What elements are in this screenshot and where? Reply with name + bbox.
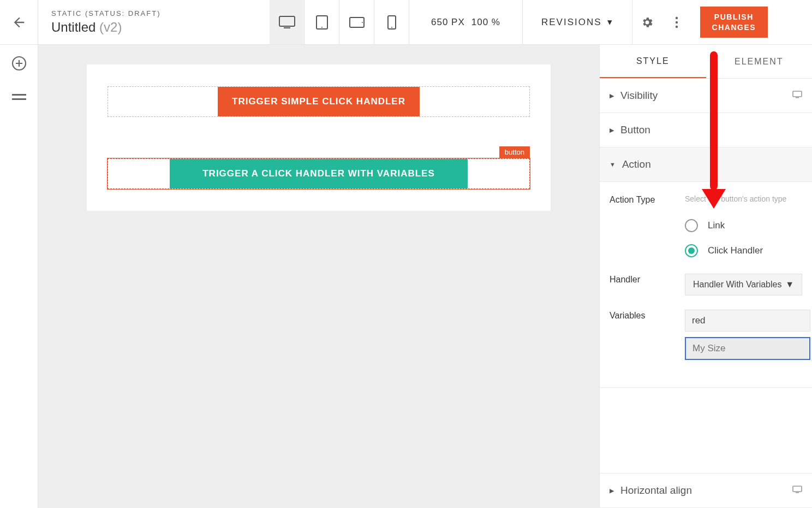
svg-point-5	[362, 22, 363, 23]
caret-down-icon: ▼	[610, 161, 616, 168]
svg-point-10	[675, 25, 677, 27]
page-title: Untitled (v2)	[51, 20, 256, 35]
publish-button[interactable]: PUBLISH CHANGES	[700, 7, 768, 38]
selection-tag: button	[499, 146, 530, 158]
device-tablet-landscape-tab[interactable]	[339, 0, 374, 44]
radio-link[interactable]: Link	[685, 219, 802, 232]
inspector-panel: STYLE ELEMENT ▶ Visibility ▶ Button ▼ Ac…	[599, 45, 812, 508]
radio-click-handler[interactable]: Click Handler	[685, 244, 802, 257]
handler-label: Handler	[610, 274, 679, 296]
mobile-icon	[387, 15, 396, 29]
page-version: (v2)	[99, 20, 122, 34]
trigger-variables-click-button[interactable]: TRIGGER A CLICK HANDLER WITH VARIABLES	[170, 159, 468, 188]
more-button[interactable]	[662, 0, 691, 44]
device-tablet-portrait-tab[interactable]	[304, 0, 339, 44]
button-container-2[interactable]: TRIGGER A CLICK HANDLER WITH VARIABLES	[108, 158, 530, 189]
svg-rect-13	[12, 98, 26, 100]
device-tabs	[270, 0, 409, 44]
arrow-left-icon	[11, 15, 27, 30]
variable-input-2[interactable]	[685, 337, 810, 360]
tab-element[interactable]: ELEMENT	[706, 45, 813, 78]
radio-icon	[685, 244, 698, 257]
svg-point-3	[321, 27, 323, 28]
back-button[interactable]	[0, 0, 38, 44]
button-container-1[interactable]: TRIGGER SIMPLE CLICK HANDLER	[108, 86, 530, 117]
variable-input-1[interactable]	[685, 310, 810, 332]
gear-icon	[641, 16, 654, 29]
section-button[interactable]: ▶ Button	[600, 113, 812, 147]
handler-select[interactable]: Handler With Variables ▼	[685, 274, 802, 296]
more-vertical-icon	[675, 16, 678, 28]
tablet-landscape-icon	[349, 17, 365, 28]
caret-right-icon: ▶	[610, 487, 614, 494]
desktop-small-icon	[792, 91, 802, 101]
svg-rect-1	[284, 27, 290, 28]
page-status: STATIC (STATUS: DRAFT)	[51, 9, 256, 17]
plus-circle-icon	[11, 56, 27, 71]
section-visibility[interactable]: ▶ Visibility	[600, 79, 812, 113]
device-mobile-tab[interactable]	[374, 0, 409, 44]
device-desktop-tab[interactable]	[270, 0, 304, 44]
canvas-area[interactable]: TRIGGER SIMPLE CLICK HANDLER button TRIG…	[38, 45, 599, 508]
desktop-small-icon	[792, 486, 802, 495]
section-horizontal-align[interactable]: ▶ Horizontal align	[600, 473, 812, 508]
desktop-icon	[279, 16, 295, 29]
action-type-hint: Select the button's action type	[685, 194, 786, 205]
svg-rect-14	[793, 91, 802, 97]
canvas[interactable]: TRIGGER SIMPLE CLICK HANDLER button TRIG…	[87, 64, 551, 211]
svg-rect-12	[12, 94, 26, 96]
radio-icon	[685, 219, 698, 232]
svg-rect-0	[279, 16, 295, 26]
list-icon	[12, 93, 26, 103]
revisions-dropdown[interactable]: REVISIONS ▾	[523, 0, 632, 44]
canvas-dimensions: 650 PX 100 %	[409, 0, 523, 44]
settings-button[interactable]	[632, 0, 662, 44]
caret-right-icon: ▶	[610, 92, 614, 99]
svg-rect-15	[796, 97, 799, 98]
trigger-simple-click-button[interactable]: TRIGGER SIMPLE CLICK HANDLER	[218, 87, 420, 116]
page-title-block: STATIC (STATUS: DRAFT) Untitled (v2)	[38, 3, 270, 42]
chevron-down-icon: ▼	[785, 280, 794, 290]
tab-style[interactable]: STYLE	[600, 45, 706, 78]
svg-point-7	[391, 27, 392, 28]
layers-button[interactable]	[12, 93, 26, 105]
svg-point-8	[675, 16, 677, 19]
svg-rect-17	[796, 492, 799, 493]
action-type-label: Action Type	[610, 194, 679, 205]
add-element-button[interactable]	[11, 56, 27, 73]
selected-element-wrap: button TRIGGER A CLICK HANDLER WITH VARI…	[108, 158, 530, 189]
svg-rect-16	[793, 486, 802, 492]
section-action[interactable]: ▼ Action	[600, 147, 812, 182]
chevron-down-icon: ▾	[607, 16, 613, 28]
caret-right-icon: ▶	[610, 127, 614, 134]
tablet-portrait-icon	[316, 15, 328, 29]
variables-label: Variables	[610, 310, 679, 365]
action-body: Action Type Select the button's action t…	[600, 182, 812, 388]
svg-point-9	[675, 21, 677, 23]
